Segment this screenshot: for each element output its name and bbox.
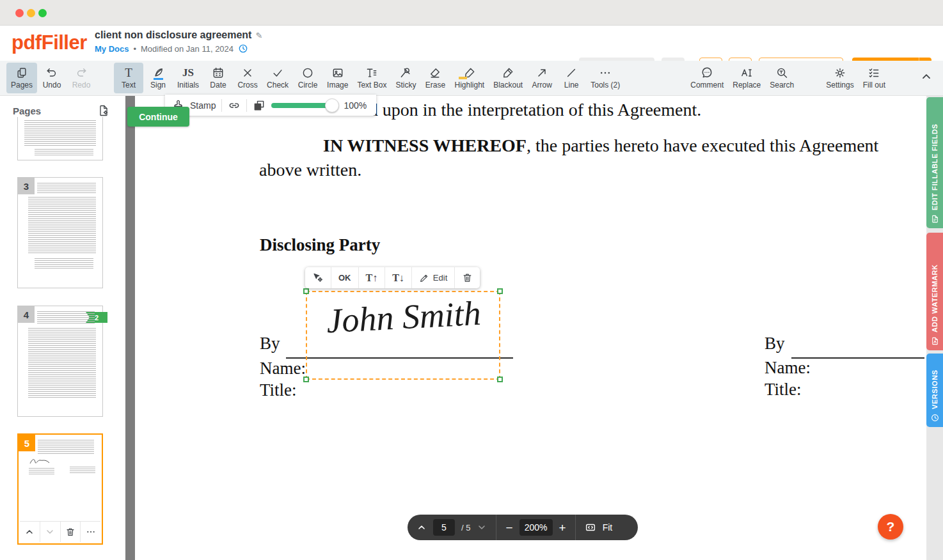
- fill-out-checklist-icon: [868, 66, 880, 79]
- toolbar-item-undo[interactable]: Undo: [37, 63, 67, 93]
- resize-handle-nw[interactable]: [303, 288, 309, 294]
- opacity-slider-knob[interactable]: [325, 98, 339, 113]
- breadcrumb-my-docs[interactable]: My Docs: [95, 44, 129, 54]
- page-gear-icon: [97, 104, 110, 117]
- toolbar-item-line[interactable]: Line: [557, 63, 586, 93]
- current-page-input[interactable]: 5: [433, 519, 455, 536]
- disclosing-party-heading: Disclosing Party: [260, 235, 380, 255]
- thumbnail-page-2-partial[interactable]: [17, 117, 103, 160]
- toolbar-item-check[interactable]: Check: [262, 63, 293, 93]
- ok-button[interactable]: OK: [331, 267, 359, 288]
- window-minimize-button[interactable]: [27, 9, 35, 17]
- window-maximize-button[interactable]: [38, 9, 47, 17]
- toolbar-item-fill-out[interactable]: Fill out: [859, 63, 890, 93]
- redo-icon: [75, 66, 88, 79]
- erase-icon: [429, 66, 441, 79]
- gear-icon: [834, 66, 846, 79]
- bottom-navigation-bar: 5 / 5 − 200% + Fit: [408, 515, 638, 540]
- toolbar-item-highlight[interactable]: Highlight: [450, 63, 489, 93]
- delete-signature-button[interactable]: [455, 267, 480, 288]
- edit-title-icon[interactable]: ✎: [255, 31, 262, 40]
- delete-page-button[interactable]: [61, 522, 81, 542]
- zoom-value-input[interactable]: 200%: [519, 519, 553, 536]
- pencil-icon: [419, 273, 429, 283]
- move-cursor-icon: [312, 272, 324, 284]
- move-element-button[interactable]: [305, 267, 331, 288]
- zoom-in-button[interactable]: +: [559, 522, 566, 534]
- page-down-button[interactable]: [477, 522, 487, 533]
- fit-button[interactable]: Fit: [576, 515, 622, 540]
- move-page-down-button[interactable]: [40, 522, 61, 542]
- toolbar-item-text-box[interactable]: Text Box: [353, 63, 391, 93]
- increase-font-button[interactable]: T↑: [359, 267, 386, 288]
- toolbar-item-sticky[interactable]: Sticky: [391, 63, 420, 93]
- document-scrollbar[interactable]: [125, 96, 135, 560]
- resize-handle-se[interactable]: [497, 377, 503, 382]
- toolbar-item-arrow[interactable]: Arrow: [527, 63, 557, 93]
- witness-bold: IN WITNESS WHEREOF: [323, 136, 527, 155]
- toolbar-item-replace[interactable]: Replace: [728, 63, 765, 93]
- signature-text[interactable]: John Smith: [310, 292, 498, 341]
- toolbar-item-initials[interactable]: JS Initials: [173, 63, 203, 93]
- help-button[interactable]: ?: [878, 514, 903, 540]
- toolbar-item-cross[interactable]: Cross: [233, 63, 262, 93]
- toolbar-item-comment[interactable]: Comment: [686, 63, 728, 93]
- name-label-right: Name:: [765, 358, 811, 378]
- move-page-up-button[interactable]: [20, 522, 40, 542]
- zoom-out-button[interactable]: −: [505, 522, 512, 534]
- link-icon[interactable]: [228, 99, 241, 112]
- fit-label: Fit: [603, 522, 613, 533]
- doc-text-line: above written.: [259, 160, 361, 180]
- thumbnail-page-4[interactable]: 4 2: [17, 306, 103, 417]
- document-title: client non disclosure agreement: [95, 29, 251, 40]
- thumbnail-page-5-selected[interactable]: 5: [17, 433, 103, 545]
- toolbar-item-pages[interactable]: Pages: [6, 63, 37, 93]
- resize-handle-sw[interactable]: [303, 377, 309, 382]
- by-label-left: By: [260, 334, 280, 354]
- toolbar-collapse-button[interactable]: [920, 70, 933, 86]
- signature-line-right: [791, 357, 924, 359]
- toolbar-item-blackout[interactable]: Blackout: [489, 63, 527, 93]
- decrease-font-button[interactable]: T↓: [385, 267, 412, 288]
- thumbnail-page-3[interactable]: 3: [17, 177, 103, 288]
- page-number-badge: 5: [19, 435, 35, 451]
- edit-signature-button[interactable]: Edit: [412, 267, 455, 288]
- page-up-button[interactable]: [416, 522, 427, 533]
- signature-selection-box[interactable]: John Smith: [306, 291, 500, 380]
- window-close-button[interactable]: [15, 9, 24, 17]
- line-icon: [565, 66, 578, 79]
- toolbar-item-sign[interactable]: Sign: [143, 63, 173, 93]
- toolbar-item-tools[interactable]: Tools (2): [586, 63, 624, 93]
- opacity-icon[interactable]: [253, 99, 265, 112]
- opacity-slider[interactable]: [271, 103, 333, 108]
- toolbar-item-image[interactable]: Image: [322, 63, 353, 93]
- tab-versions[interactable]: VERSIONS: [926, 354, 943, 427]
- initials-icon: JS: [182, 66, 194, 79]
- page-more-options-button[interactable]: [81, 522, 100, 542]
- chevron-down-icon: [45, 527, 55, 537]
- tab-add-watermark[interactable]: ADD WATERMARK: [926, 233, 943, 350]
- document-page: be used or relied upon in the interpreta…: [135, 96, 926, 560]
- stamp-label[interactable]: Stamp: [190, 100, 216, 111]
- resize-handle-ne[interactable]: [497, 288, 503, 294]
- right-panel-rail: EDIT FILLABLE FIELDS ADD WATERMARK VERSI…: [926, 96, 943, 560]
- toolbar-item-search[interactable]: Search: [765, 63, 798, 93]
- breadcrumb-dot: •: [133, 44, 136, 54]
- toolbar-item-circle[interactable]: Circle: [293, 63, 322, 93]
- arrow-icon: [535, 66, 548, 79]
- search-icon: [775, 66, 788, 79]
- replace-icon: [740, 66, 753, 79]
- versions-label: VERSIONS: [931, 361, 939, 409]
- thumbnail-signature-squiggle: [29, 458, 51, 465]
- circle-icon: [301, 66, 314, 79]
- tab-edit-fillable-fields[interactable]: EDIT FILLABLE FIELDS: [926, 97, 943, 228]
- continue-button[interactable]: Continue: [127, 107, 189, 127]
- calendar-icon: [212, 66, 225, 79]
- toolbar-item-text[interactable]: T Text: [114, 63, 143, 93]
- edit-fillable-fields-label: EDIT FILLABLE FIELDS: [931, 105, 939, 210]
- toolbar-item-settings[interactable]: Settings: [821, 63, 858, 93]
- toolbar-item-erase[interactable]: Erase: [420, 63, 450, 93]
- secondary-toolbar: Stamp 100%: [165, 95, 376, 116]
- toolbar-item-date[interactable]: Date: [203, 63, 233, 93]
- sign-ink-bar: [154, 78, 163, 80]
